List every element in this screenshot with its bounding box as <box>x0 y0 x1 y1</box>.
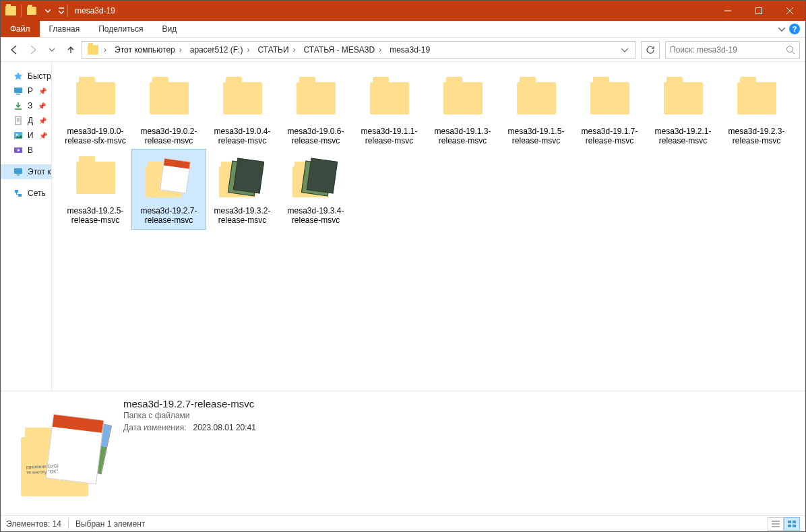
folder-item[interactable]: mesa3d-19.0.4-release-msvc <box>206 70 279 149</box>
tab-share[interactable]: Поделиться <box>89 21 152 37</box>
monitor-icon <box>13 166 24 177</box>
breadcrumb-item[interactable]: СТАТЬЯ - MESA3D› <box>300 42 386 58</box>
folder-label: mesa3d-19.3.2-release-msvc <box>207 206 278 225</box>
view-details-button[interactable] <box>768 517 784 531</box>
details-pane: ракнення DxGIте кнопку "OK". mesa3d-19.2… <box>1 391 805 515</box>
search-input[interactable] <box>670 45 786 55</box>
forward-button[interactable] <box>25 42 41 58</box>
up-button[interactable] <box>63 42 79 58</box>
address-dropdown-icon[interactable] <box>616 46 633 53</box>
folder-icon <box>70 73 121 124</box>
sidebar-network[interactable]: Сеть <box>1 186 51 201</box>
folder-item[interactable]: mesa3d-19.0.0-release-sfx-msvc <box>59 70 132 149</box>
file-list[interactable]: mesa3d-19.0.0-release-sfx-msvcmesa3d-19.… <box>52 62 805 391</box>
svg-rect-12 <box>788 521 791 523</box>
maximize-button[interactable] <box>743 1 774 21</box>
folder-label: mesa3d-19.0.4-release-msvc <box>207 127 278 145</box>
sidebar-item[interactable]: Д📌 <box>1 113 51 128</box>
sidebar-item[interactable]: З📌 <box>1 98 51 113</box>
search-icon <box>786 45 795 55</box>
network-icon <box>13 188 24 199</box>
view-large-icons-button[interactable] <box>784 517 800 531</box>
folder-icon <box>144 152 195 203</box>
sidebar-quick-access[interactable]: Быстр <box>1 69 51 84</box>
address-bar[interactable]: › Этот компьютер› apacer512 (F:)› СТАТЬИ… <box>82 41 636 59</box>
videos-icon <box>13 145 24 156</box>
folder-icon <box>3 3 18 18</box>
close-button[interactable] <box>774 1 805 21</box>
minimize-button[interactable] <box>712 1 743 21</box>
help-icon[interactable]: ? <box>789 24 800 34</box>
svg-rect-15 <box>793 525 796 527</box>
folder-item[interactable]: mesa3d-19.1.7-release-msvc <box>573 70 646 149</box>
folder-item[interactable]: mesa3d-19.1.3-release-msvc <box>426 70 499 149</box>
quick-access-toolbar <box>1 3 66 18</box>
folder-label: mesa3d-19.3.4-release-msvc <box>280 206 351 225</box>
ribbon-expand-icon[interactable] <box>778 26 785 32</box>
svg-rect-9 <box>17 174 20 176</box>
folder-label: mesa3d-19.2.3-release-msvc <box>721 127 792 145</box>
star-icon <box>13 71 24 81</box>
sidebar-item[interactable]: И📌 <box>1 128 51 143</box>
folder-item[interactable]: mesa3d-19.3.4-release-msvc <box>279 149 352 229</box>
status-bar: Элементов: 14 Выбран 1 элемент <box>1 515 805 531</box>
details-thumbnail: ракнення DxGIте кнопку "OK". <box>10 398 111 512</box>
folder-icon <box>217 73 268 124</box>
breadcrumb-item[interactable]: apacer512 (F:)› <box>186 42 254 58</box>
breadcrumb-item[interactable]: mesa3d-19 <box>385 42 434 58</box>
svg-point-6 <box>16 134 18 136</box>
tab-file[interactable]: Файл <box>1 21 40 37</box>
title-bar: mesa3d-19 <box>1 1 805 21</box>
folder-item[interactable]: mesa3d-19.2.1-release-msvc <box>646 70 720 149</box>
folder-icon <box>658 73 709 124</box>
qat-overflow-icon[interactable] <box>57 3 66 18</box>
pin-icon: 📌 <box>39 132 47 139</box>
folder-icon <box>364 73 415 124</box>
folder-item[interactable]: mesa3d-19.2.3-release-msvc <box>720 70 793 149</box>
sidebar-item[interactable]: В <box>1 143 51 158</box>
folder-item[interactable]: mesa3d-19.0.2-release-msvc <box>132 70 206 149</box>
tab-view[interactable]: Вид <box>152 21 186 37</box>
breadcrumb-item[interactable]: СТАТЬИ› <box>253 42 299 58</box>
folder-label: mesa3d-19.1.5-release-msvc <box>501 127 571 145</box>
folder-icon <box>584 73 636 124</box>
downloads-icon <box>13 100 24 111</box>
folder-icon <box>70 152 121 203</box>
recent-dropdown-icon[interactable] <box>44 42 60 58</box>
navigation-pane: Быстр Р📌З📌Д📌И📌В Этот к Сеть <box>1 62 52 391</box>
sidebar-item[interactable]: Р📌 <box>1 84 51 98</box>
breadcrumb-root-icon[interactable]: › <box>84 42 111 58</box>
folder-icon <box>731 73 782 124</box>
svg-rect-4 <box>16 117 21 125</box>
documents-icon <box>13 115 24 126</box>
status-count: Элементов: 14 <box>6 519 61 529</box>
details-type: Папка с файлами <box>123 411 256 420</box>
desktop-icon <box>13 86 24 96</box>
folder-item[interactable]: mesa3d-19.3.2-release-msvc <box>206 149 279 229</box>
breadcrumb-item[interactable]: Этот компьютер› <box>111 42 186 58</box>
folder-item[interactable]: mesa3d-19.2.5-release-msvc <box>59 149 132 229</box>
pin-icon: 📌 <box>38 88 46 95</box>
folder-label: mesa3d-19.0.2-release-msvc <box>133 127 204 145</box>
folder-label: mesa3d-19.0.0-release-sfx-msvc <box>60 127 131 145</box>
search-box[interactable] <box>665 41 800 59</box>
folder-icon <box>437 73 489 124</box>
svg-rect-13 <box>793 521 796 523</box>
tab-home[interactable]: Главная <box>40 21 90 37</box>
sidebar-this-pc[interactable]: Этот к <box>1 164 51 179</box>
refresh-button[interactable] <box>641 41 660 59</box>
properties-icon[interactable] <box>24 3 39 18</box>
back-button[interactable] <box>6 42 22 58</box>
ribbon-tabs: Файл Главная Поделиться Вид ? <box>1 21 805 38</box>
details-name: mesa3d-19.2.7-release-msvc <box>123 398 256 409</box>
folder-item[interactable]: mesa3d-19.0.6-release-msvc <box>279 70 352 149</box>
folder-label: mesa3d-19.1.1-release-msvc <box>354 127 425 145</box>
folder-item[interactable]: mesa3d-19.2.7-release-msvc <box>132 149 206 229</box>
folder-label: mesa3d-19.0.6-release-msvc <box>280 127 351 145</box>
svg-rect-3 <box>16 94 20 95</box>
folder-item[interactable]: mesa3d-19.1.1-release-msvc <box>352 70 426 149</box>
details-modified-value: 2023.08.01 20:41 <box>193 423 256 432</box>
folder-item[interactable]: mesa3d-19.1.5-release-msvc <box>499 70 573 149</box>
folder-icon <box>511 73 562 124</box>
qat-dropdown-icon[interactable] <box>40 3 55 18</box>
